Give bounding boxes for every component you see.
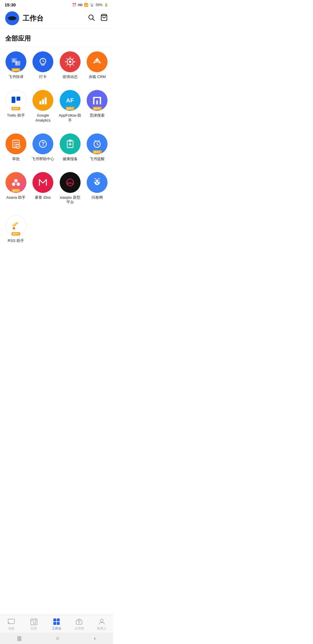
app-icon-epidemic — [60, 51, 81, 72]
status-icons: ⏰ HD 📶 📡 56% 🔋 — [72, 3, 108, 7]
app-label-epidemic: 疫情动态 — [63, 75, 78, 79]
app-icon-daka — [32, 51, 53, 72]
app-icon-wrap — [87, 172, 108, 193]
status-bar: 15:30 ⏰ HD 📶 📡 56% 🔋 — [0, 0, 113, 8]
bot-badge: BOT — [12, 232, 21, 236]
app-item-feishu-remind[interactable]: BOT 飞书提醒 — [84, 129, 111, 167]
svg-rect-23 — [17, 97, 20, 101]
app-logo — [5, 11, 19, 25]
app-icon-shenpi — [6, 133, 26, 154]
app-item-shenpi[interactable]: 审批 — [2, 129, 30, 167]
app-icon-wrap: BOT — [6, 215, 26, 236]
app-icon-wrap — [32, 172, 53, 193]
svg-point-55 — [96, 182, 98, 184]
svg-rect-24 — [39, 101, 41, 104]
status-time: 15:30 — [5, 2, 16, 7]
app-label-feishu-translate: 飞书快译 — [8, 75, 23, 79]
svg-text:AF: AF — [66, 97, 74, 104]
app-icon-wrap: piu — [60, 172, 81, 193]
app-icon-wrap: BOT — [87, 133, 108, 154]
app-label-chihu-crm: 赤狐 CRM — [89, 75, 106, 79]
svg-rect-26 — [45, 97, 47, 104]
svg-line-17 — [73, 64, 74, 65]
app-item-wenjuan[interactable]: 问卷网 — [84, 167, 111, 211]
app-item-chihu-crm[interactable]: 赤狐 CRM — [84, 47, 111, 85]
bag-icon[interactable] — [100, 14, 108, 23]
app-label-google-analytics: Google Analytics — [31, 113, 54, 123]
app-icon-wrap: BOT — [6, 172, 26, 193]
app-item-google-analytics[interactable]: Google Analytics — [30, 85, 57, 129]
bot-badge: BOT — [12, 189, 21, 192]
svg-line-15 — [73, 58, 74, 59]
app-icon-health — [60, 133, 81, 154]
app-item-rss[interactable]: BOT RSS 助手 — [2, 211, 30, 249]
bot-badge: BOT — [93, 107, 102, 110]
signal-icon: 📡 — [90, 3, 94, 7]
bot-badge: BOT — [12, 107, 21, 110]
svg-rect-25 — [42, 99, 44, 104]
app-icon-wenjuan — [87, 172, 108, 193]
app-icon-wrap — [32, 51, 53, 72]
app-icon-wrap: BOT — [87, 90, 108, 111]
app-icon-wrap: ? — [32, 133, 53, 154]
svg-line-16 — [67, 64, 68, 65]
app-icon-feishu-help: ? — [32, 133, 53, 154]
svg-rect-29 — [93, 97, 94, 104]
svg-rect-30 — [100, 97, 101, 104]
svg-point-20 — [95, 61, 97, 62]
app-label-feishu-remind: 飞书提醒 — [90, 157, 105, 162]
battery-label: 56% — [96, 3, 103, 7]
header-actions — [88, 14, 108, 23]
app-icon-wrap — [87, 51, 108, 72]
app-label-juelu: 觅律搜索 — [90, 113, 105, 118]
app-label-trello: Trello 助手 — [7, 113, 25, 118]
wifi-icon: 📶 — [84, 3, 88, 7]
app-item-xiaopiu[interactable]: piu xiaopiu 原型平台 — [57, 167, 84, 211]
app-item-daka[interactable]: 打卡 — [30, 47, 57, 85]
app-item-asana[interactable]: BOT Asana 助手 — [2, 167, 30, 211]
app-item-appfollow[interactable]: AF BOT AppFollow 助手 — [57, 85, 84, 129]
section-title: 全部应用 — [0, 28, 113, 46]
hd-label: HD — [78, 3, 83, 7]
svg-marker-19 — [93, 60, 101, 64]
svg-point-47 — [17, 182, 20, 186]
app-icon-xiaopiu: piu — [60, 172, 81, 193]
search-icon[interactable] — [88, 14, 95, 23]
app-label-daka: 打卡 — [39, 75, 47, 79]
svg-point-54 — [98, 180, 99, 182]
app-icon-wrap: BOT — [6, 90, 26, 111]
app-icon-moke — [32, 172, 53, 193]
app-item-juelu[interactable]: BOT 觅律搜索 — [84, 85, 111, 129]
app-icon-wrap — [60, 51, 81, 72]
svg-line-1 — [93, 19, 94, 21]
svg-point-53 — [95, 180, 97, 182]
bot-badge: BOT — [12, 68, 21, 72]
main-content: 文 T BOT 飞书快译 打卡 — [0, 47, 113, 284]
app-grid: 文 T BOT 飞书快译 打卡 — [0, 47, 113, 249]
app-label-xiaopiu: xiaopiu 原型平台 — [59, 195, 82, 205]
app-icon-wrap: 文 T BOT — [6, 51, 26, 72]
app-item-epidemic[interactable]: 疫情动态 — [57, 47, 84, 85]
logo-inner — [8, 16, 16, 20]
app-item-feishu-help[interactable]: ? 飞书帮助中心 — [30, 129, 57, 167]
svg-point-21 — [98, 61, 99, 62]
svg-text:piu: piu — [67, 181, 73, 185]
svg-text:?: ? — [41, 141, 45, 147]
app-label-wenjuan: 问卷网 — [92, 195, 103, 200]
svg-point-56 — [13, 227, 15, 229]
svg-point-9 — [69, 61, 71, 63]
svg-rect-22 — [12, 97, 15, 103]
page-title: 工作台 — [23, 14, 88, 23]
svg-text:文: 文 — [12, 59, 15, 62]
header: 工作台 — [0, 8, 113, 28]
svg-point-46 — [12, 182, 15, 186]
bot-badge: BOT — [93, 150, 102, 154]
app-icon-wrap: AF BOT — [60, 90, 81, 111]
app-item-trello[interactable]: BOT Trello 助手 — [2, 85, 30, 129]
bot-badge: BOT — [66, 107, 75, 110]
app-item-health[interactable]: 健康报备 — [57, 129, 84, 167]
app-item-feishu-translate[interactable]: 文 T BOT 飞书快译 — [2, 47, 30, 85]
app-item-moke[interactable]: 摹客 iDoc — [30, 167, 57, 211]
app-label-asana: Asana 助手 — [6, 195, 26, 200]
app-label-moke: 摹客 iDoc — [35, 195, 51, 200]
